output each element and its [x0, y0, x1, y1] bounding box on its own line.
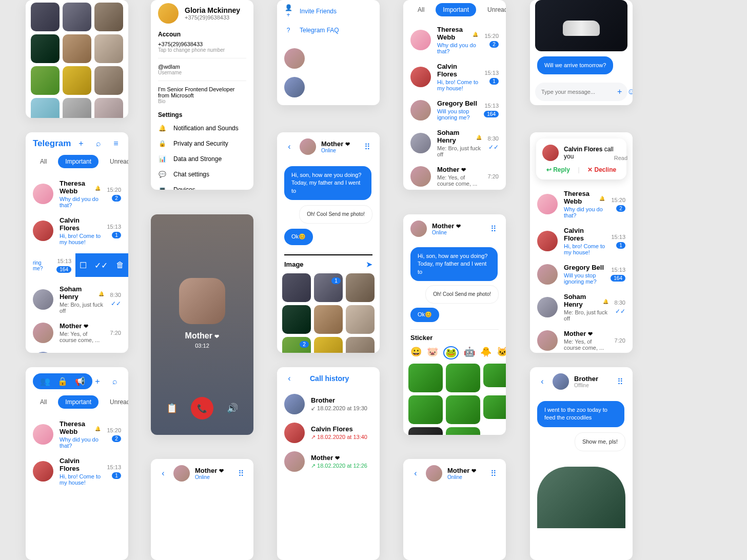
message-bubble[interactable]: Show me, pls! [575, 432, 625, 451]
sticker-category-active[interactable]: 🐸 [443, 346, 459, 359]
speaker-icon[interactable]: 🔊 [227, 403, 238, 414]
tab-important[interactable]: Important [436, 3, 476, 16]
message-bubble[interactable]: Hi, son, how are you doing? Today, my fa… [410, 247, 498, 281]
tab-read-peek[interactable]: Read [614, 155, 627, 161]
sticker[interactable] [408, 364, 443, 392]
sticker[interactable] [446, 364, 480, 392]
more-icon[interactable]: ⠿ [615, 376, 625, 387]
image-thumb[interactable] [346, 337, 375, 353]
setting-data[interactable]: 📊Data and Stronge [151, 151, 253, 167]
call-history-item[interactable]: Calvin Flores↗ 18.02.2020 at 13:40 [277, 418, 380, 447]
image-tab-header[interactable]: Image [284, 261, 304, 268]
search-icon[interactable]: ⌕ [93, 138, 104, 149]
call-history-item[interactable]: Brother↙ 18.02.2020 at 19:30 [277, 390, 380, 418]
call-history-item[interactable]: Mother ↗ 18.02.2020 at 12:26 [277, 447, 380, 476]
sticker[interactable] [408, 395, 443, 424]
chat-item[interactable]: Theresa WebbWhy did you do that?15:202 [530, 186, 633, 223]
chat-item[interactable]: Gregory BellWill you stop ignoring me?15… [530, 259, 633, 289]
photo-thumb[interactable] [94, 66, 123, 95]
bio-text[interactable]: I'm Senior Frontend Developer from Micro… [158, 86, 246, 98]
photo-thumb[interactable] [31, 66, 60, 95]
chat-item[interactable]: Theresa WebbWhy did you do that? 15:202 [26, 175, 128, 212]
sticker[interactable] [446, 395, 480, 424]
sticker-category[interactable]: 🐥 [480, 346, 492, 359]
end-call-button[interactable]: 📞 [191, 397, 213, 419]
sticker[interactable] [483, 395, 506, 419]
tab-all[interactable]: All [33, 395, 54, 409]
image-thumb[interactable] [346, 273, 375, 302]
setting-chat[interactable]: 💬Chat settings [151, 167, 253, 182]
menu-icon[interactable]: ≡ [111, 138, 121, 149]
lock-icon[interactable]: 🔒 [57, 376, 68, 386]
add-icon[interactable]: + [76, 138, 86, 149]
chat-item[interactable]: Calvin FloresHi, bro! Come to my house! … [26, 212, 128, 249]
chat-item[interactable] [277, 44, 380, 73]
chat-item[interactable]: Mother Me: Yes, of course come, ...7:20 [403, 162, 506, 190]
sticker-category[interactable]: 🐷 [427, 346, 438, 359]
tab-unread[interactable]: Unread [103, 395, 128, 409]
back-icon[interactable]: ‹ [158, 468, 168, 478]
sticker[interactable] [446, 427, 480, 435]
photo-thumb[interactable] [31, 3, 60, 31]
account-phone[interactable]: +375(29)9638433 [158, 41, 246, 47]
chat-item[interactable]: Soham HenryMe: Bro, just fuck off 8:30✓✓ [26, 281, 128, 318]
chat-item[interactable]: Gregory BellWill you stop ignoring me?15… [403, 95, 506, 125]
sticker-category[interactable]: 😀 [410, 346, 422, 359]
more-icon[interactable]: ⠿ [362, 142, 372, 152]
message-bubble[interactable]: Hi, son, how are you doing? Today, my fa… [284, 166, 371, 200]
search-icon[interactable]: ⌕ [110, 376, 120, 387]
reply-button[interactable]: ↩ Reply [546, 166, 570, 173]
chat-item[interactable]: Mother Me: Yes, of course come, ... 7:20 [26, 318, 128, 347]
telegram-faq[interactable]: ?Telegram FAQ [277, 23, 380, 38]
message-bubble[interactable]: Ok😊 [284, 229, 313, 245]
sticker-category[interactable]: 🐱 [497, 346, 506, 359]
tab-all[interactable]: All [33, 155, 54, 168]
invite-friends[interactable]: 👤+Invite Friends [277, 0, 380, 23]
image-thumb[interactable] [346, 305, 375, 334]
image-thumb[interactable]: 1 [314, 273, 343, 302]
menu-icon[interactable]: ≡ [127, 376, 128, 387]
setting-devices[interactable]: 💻Devices [151, 182, 253, 190]
image-thumb[interactable] [282, 305, 311, 334]
tab-all[interactable]: All [410, 3, 431, 16]
chat-item[interactable]: Calvin FloresHi, bro! Come to my house!1… [403, 58, 506, 95]
crocodile-image[interactable] [537, 467, 625, 528]
tab-important[interactable]: Important [58, 155, 99, 168]
chat-item[interactable]: Calvin FloresHi, bro! Come to my house! … [26, 453, 128, 490]
photo-thumb[interactable] [94, 3, 123, 31]
photo-thumb[interactable] [94, 98, 123, 118]
message-bubble[interactable]: Will we arrive tomorrow? [537, 56, 613, 74]
back-icon[interactable]: ‹ [284, 373, 294, 384]
megaphone-icon[interactable]: 📢 [75, 376, 85, 386]
more-icon[interactable]: ⠿ [488, 224, 499, 234]
message-icon[interactable]: 📋 [166, 403, 178, 414]
chat-item-swiped[interactable]: ring me? 15:13164 ☐ ✓✓ 🗑 [26, 249, 128, 281]
chat-item[interactable]: Theresa WebbWhy did you do that?15:202 [403, 22, 506, 58]
delete-icon[interactable]: 🗑 [116, 261, 124, 270]
photo-thumb[interactable] [63, 3, 91, 31]
tab-important[interactable]: Important [58, 395, 99, 409]
message-bubble[interactable]: Ok😊 [410, 308, 439, 322]
image-thumb[interactable] [314, 305, 343, 334]
photo-thumb[interactable] [31, 34, 60, 63]
profile-avatar[interactable] [158, 3, 179, 24]
chat-item[interactable]: Soham HenryMe: Bro, just fuck off8:30✓✓ [403, 125, 506, 162]
tab-unread[interactable]: Unread [103, 155, 128, 168]
decline-button[interactable]: ✕ Decline [587, 166, 616, 173]
more-icon[interactable]: ⠿ [236, 468, 246, 478]
chat-item[interactable]: Mother Me: Yes, of course come, ...7:20 [530, 326, 633, 353]
attach-icon[interactable]: + [617, 87, 622, 97]
emoji-icon[interactable]: ☺ [627, 87, 633, 97]
message-bubble[interactable]: Oh! Cool Send me photo! [299, 205, 372, 224]
message-bubble[interactable]: I went to the zoo today to feed the croc… [537, 401, 624, 427]
photo-thumb[interactable] [63, 66, 91, 95]
sticker[interactable] [483, 364, 506, 388]
photo-thumb[interactable] [63, 98, 91, 118]
sticker-category[interactable]: 🤖 [464, 346, 475, 359]
bookmark-icon[interactable]: ☐ [80, 261, 87, 270]
username[interactable]: @wdlam [158, 64, 246, 70]
tab-unread[interactable]: Unread [480, 3, 506, 16]
chat-item[interactable] [277, 73, 380, 102]
group-icon[interactable]: 👥 [40, 376, 50, 386]
message-bubble[interactable]: Oh! Cool Send me photo! [425, 285, 499, 304]
